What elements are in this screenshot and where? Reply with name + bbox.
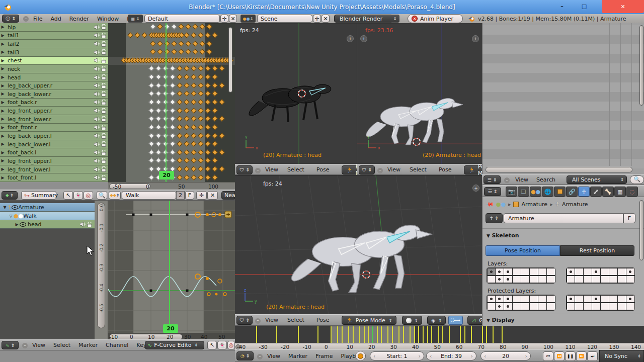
pause-button[interactable]: ❚❚: [565, 351, 576, 361]
keyframe[interactable]: [191, 99, 196, 105]
dope-channel-foot_front.l[interactable]: ▶foot_front.l: [0, 173, 108, 182]
layer-toggle[interactable]: [487, 295, 496, 303]
keyframe[interactable]: [177, 74, 182, 79]
auto-keyframe-button[interactable]: [355, 351, 366, 361]
keyframe[interactable]: [177, 82, 182, 88]
outliner-editor-type-dropdown[interactable]: ☰ ⇕: [484, 175, 501, 184]
add-scene-button[interactable]: ✛: [313, 15, 321, 23]
keyframe[interactable]: [184, 116, 189, 122]
keyframe[interactable]: [134, 32, 140, 38]
keyframe[interactable]: [198, 149, 203, 155]
eye-icon[interactable]: [12, 205, 18, 210]
expand-triangle-icon[interactable]: ▶: [0, 58, 6, 63]
keyframe[interactable]: [205, 108, 210, 113]
dope-channel-leg_back_lower.r[interactable]: ▶leg_back_lower.r: [0, 90, 108, 99]
keyframe[interactable]: [148, 82, 154, 88]
ghost-button[interactable]: 👻: [73, 191, 83, 200]
dope-channel-leg_front_upper.r[interactable]: ▶leg_front_upper.r: [0, 107, 108, 115]
keyframe[interactable]: [191, 149, 196, 155]
keyframe[interactable]: [177, 108, 182, 113]
layer-toggle[interactable]: [487, 268, 496, 276]
layer-toggle[interactable]: [504, 295, 513, 303]
keyframe[interactable]: [185, 24, 191, 30]
lock-icon[interactable]: [101, 158, 106, 163]
viewport-top-right[interactable]: yxfps: 23.36(20) Armature : head++: [357, 23, 482, 164]
layer-toggle[interactable]: [609, 303, 618, 310]
keyframe[interactable]: [184, 133, 189, 138]
armature-name-field[interactable]: Armature: [504, 213, 623, 223]
properties-vscrollbar[interactable]: [639, 200, 643, 260]
mute-icon[interactable]: [94, 25, 100, 30]
select-cursor-button[interactable]: ↖: [63, 191, 73, 200]
layer-toggle[interactable]: [547, 276, 555, 283]
layer-toggle[interactable]: [626, 276, 635, 283]
dope-channel-leg_back_lower.l[interactable]: ▶leg_back_lower.l: [0, 140, 108, 149]
keyframe[interactable]: [212, 91, 217, 97]
viewport-menu-pose[interactable]: Pose: [313, 164, 332, 175]
keyframe[interactable]: [205, 149, 210, 155]
keyframe[interactable]: [171, 41, 177, 46]
keyframe[interactable]: [219, 149, 224, 155]
layer-toggle[interactable]: [575, 295, 584, 303]
keyframe[interactable]: [170, 82, 175, 88]
keyframe[interactable]: [170, 116, 175, 122]
viewport-top-left[interactable]: yxfps: 24(20) Armature : head+: [235, 23, 357, 164]
unlink-action-button[interactable]: ✕: [207, 191, 218, 200]
keyframe[interactable]: [205, 32, 210, 38]
graph-channel-walk[interactable]: ▽●● Walk: [0, 212, 95, 220]
keyframe[interactable]: [148, 99, 154, 105]
expand-triangle-icon[interactable]: ▶: [14, 222, 20, 227]
layer-toggle[interactable]: [567, 276, 575, 283]
keyframe[interactable]: [177, 158, 182, 163]
keyframe[interactable]: [170, 99, 175, 105]
keyframe[interactable]: [155, 108, 161, 113]
keyframe[interactable]: [198, 74, 203, 79]
viewport-menu-view[interactable]: View: [262, 164, 281, 175]
layer-toggle[interactable]: [538, 268, 547, 276]
keyframe[interactable]: [177, 166, 182, 171]
snap-dropdown[interactable]: Neare: [221, 191, 235, 200]
graph-ghost-button[interactable]: 👻: [217, 341, 227, 349]
mute-icon[interactable]: [80, 222, 86, 227]
mute-icon[interactable]: [94, 108, 100, 113]
keyframe[interactable]: [148, 149, 154, 155]
expand-triangle-icon[interactable]: ▶: [0, 109, 6, 113]
viewport-menu-pose[interactable]: Pose: [313, 315, 332, 326]
layer-toggle[interactable]: [547, 295, 555, 303]
dope-channel-head[interactable]: ▶head: [0, 73, 108, 82]
keyframe[interactable]: [184, 74, 189, 79]
keyframe[interactable]: [205, 99, 210, 105]
render-engine-dropdown[interactable]: Blender Render: [334, 15, 399, 23]
keyframe[interactable]: [198, 91, 203, 97]
keyframe[interactable]: [148, 158, 154, 163]
layer-toggle[interactable]: [513, 295, 521, 303]
armature-id-icon-dropdown[interactable]: ☥ ⇕: [486, 213, 503, 223]
graph-editor-type-dropdown[interactable]: ∿ ⇕: [2, 341, 19, 349]
viewport-menu-select[interactable]: Select: [284, 164, 307, 175]
mute-icon[interactable]: [94, 58, 100, 63]
expand-triangle-icon[interactable]: ▶: [0, 50, 6, 54]
dope-ruler[interactable]: -50050100: [108, 182, 235, 190]
graph-menu-view[interactable]: View: [28, 340, 49, 350]
keyframe[interactable]: [148, 166, 154, 171]
shading-dropdown[interactable]: ⇕: [402, 316, 422, 325]
frame-end-field[interactable]: ‹End: 39›: [426, 351, 476, 360]
lock-icon[interactable]: [101, 74, 106, 80]
layer-toggle[interactable]: [530, 295, 538, 303]
keyframe[interactable]: [205, 74, 210, 79]
graph-collapse-menus-icon[interactable]: –: [22, 343, 28, 348]
keyframe[interactable]: [191, 32, 196, 38]
keyframe[interactable]: [150, 49, 155, 55]
dope-channel-neck[interactable]: ▶neck: [0, 65, 108, 73]
layer-toggle[interactable]: [618, 295, 626, 303]
rewind-button[interactable]: ⏪: [554, 351, 565, 361]
graph-channel-head[interactable]: ▶ head: [0, 220, 95, 229]
action-users-button[interactable]: 2: [176, 191, 185, 200]
keyframe[interactable]: [219, 133, 224, 138]
dope-channel-foot_back.l[interactable]: ▶foot_back.l: [0, 148, 108, 157]
lock-icon[interactable]: [101, 49, 106, 55]
keyframe[interactable]: [212, 166, 217, 171]
layer-toggle[interactable]: [521, 268, 530, 276]
keyframe[interactable]: [212, 82, 217, 88]
keyframe-type-dropdown[interactable]: ◆◆⇕: [109, 191, 121, 200]
